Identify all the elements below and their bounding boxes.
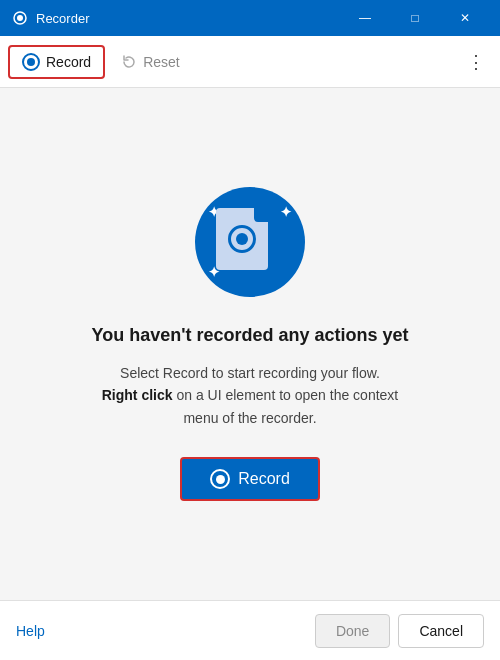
title-bar-controls: — □ ✕ [342, 0, 488, 36]
hero-icon: ✦ ✦ ✦ [195, 187, 305, 297]
doc-icon [216, 208, 268, 270]
hero-icon-inner: ✦ ✦ ✦ [216, 208, 284, 276]
maximize-button[interactable]: □ [392, 0, 438, 36]
minimize-button[interactable]: — [342, 0, 388, 36]
empty-description: Select Record to start recording your fl… [100, 362, 400, 429]
doc-record-inner [236, 233, 248, 245]
app-title: Recorder [36, 11, 89, 26]
reset-icon [121, 54, 137, 70]
main-content: ✦ ✦ ✦ You haven't recorded any actions y… [0, 88, 500, 600]
help-button[interactable]: Help [16, 619, 45, 643]
close-button[interactable]: ✕ [442, 0, 488, 36]
record-icon-inner [27, 58, 35, 66]
title-bar: Recorder — □ ✕ [0, 0, 500, 36]
empty-desc-line2: on a UI element to open the context menu… [173, 387, 399, 425]
toolbar-record-label: Record [46, 54, 91, 70]
main-record-button[interactable]: Record [180, 457, 320, 501]
app-icon [12, 10, 28, 26]
toolbar-record-button[interactable]: Record [8, 45, 105, 79]
doc-record-circle [228, 225, 256, 253]
done-button: Done [315, 614, 390, 648]
title-bar-left: Recorder [12, 10, 89, 26]
empty-desc-bold: Right click [102, 387, 173, 403]
footer: Help Done Cancel [0, 600, 500, 660]
empty-desc-line1: Select Record to start recording your fl… [120, 365, 380, 381]
main-record-label: Record [238, 470, 290, 488]
empty-title: You haven't recorded any actions yet [91, 325, 408, 346]
toolbar-reset-label: Reset [143, 54, 180, 70]
toolbar: Record Reset ⋮ [0, 36, 500, 88]
toolbar-reset-button[interactable]: Reset [109, 48, 192, 76]
main-record-icon [210, 469, 230, 489]
svg-point-1 [17, 15, 23, 21]
cancel-button[interactable]: Cancel [398, 614, 484, 648]
toolbar-more-button[interactable]: ⋮ [460, 46, 492, 78]
sparkle-topright: ✦ [280, 204, 292, 220]
footer-actions: Done Cancel [315, 614, 484, 648]
main-record-icon-inner [216, 475, 225, 484]
record-icon [22, 53, 40, 71]
